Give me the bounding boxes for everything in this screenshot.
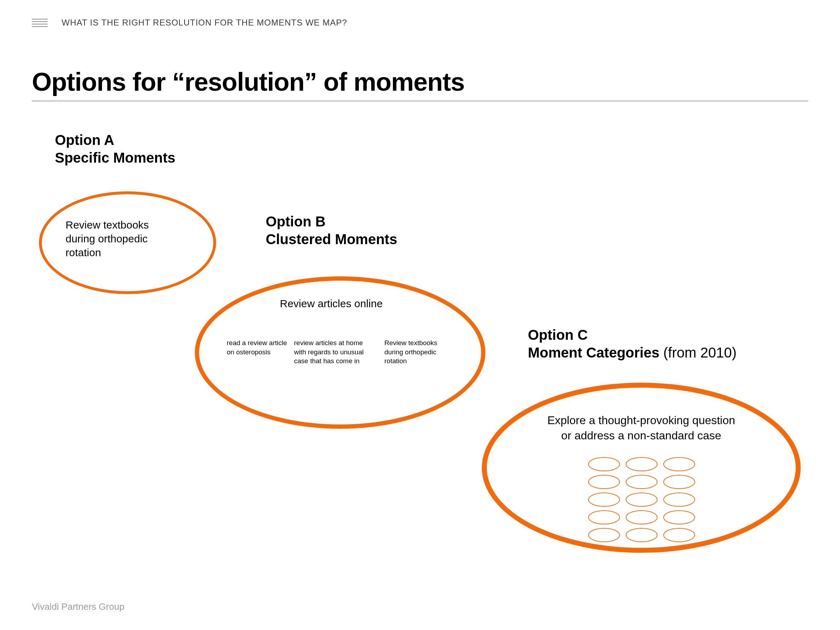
mini-ellipse <box>663 457 695 471</box>
mini-ellipse <box>626 528 658 542</box>
mini-ellipse <box>663 528 695 542</box>
menu-icon <box>32 19 47 27</box>
slide-title: Options for “resolution” of moments <box>32 67 808 101</box>
option-a-heading: Option A Specific Moments <box>55 131 175 167</box>
option-b-bubble-title: Review articles online <box>280 298 383 310</box>
option-c-bubble-line1: Explore a thought-provoking question <box>528 413 755 428</box>
slide-header: WHAT IS THE RIGHT RESOLUTION FOR THE MOM… <box>32 18 808 28</box>
option-a-heading-line2: Specific Moments <box>55 149 175 167</box>
option-b-item-3: Review textbooks during orthopedic rotat… <box>384 338 455 366</box>
footer-text: Vivaldi Partners Group <box>32 601 124 612</box>
option-b-heading-line1: Option B <box>266 213 397 230</box>
mini-ellipse <box>626 475 658 489</box>
option-a-heading-line1: Option A <box>55 131 175 149</box>
option-c-heading-line1: Option C <box>528 326 737 344</box>
kicker-text: WHAT IS THE RIGHT RESOLUTION FOR THE MOM… <box>62 18 347 28</box>
mini-ellipse <box>588 528 620 542</box>
mini-ellipse <box>626 457 658 471</box>
option-a-bubble-text: Review textbooks during orthopedic rotat… <box>66 218 172 259</box>
option-c-heading-line2-normal: (from 2010) <box>659 345 737 360</box>
option-b-heading: Option B Clustered Moments <box>266 213 397 248</box>
mini-ellipse <box>626 493 658 507</box>
title-rule <box>32 101 808 101</box>
mini-ellipse <box>588 510 620 524</box>
mini-ellipse <box>663 510 695 524</box>
mini-ellipse <box>588 457 620 471</box>
option-c-bubble-line2: or address a non-standard case <box>528 428 755 443</box>
title-block: Options for “resolution” of moments <box>32 67 808 101</box>
mini-ellipse <box>663 475 695 489</box>
mini-ellipse <box>626 510 658 524</box>
option-c-heading-line2-strong: Moment Categories <box>528 345 659 360</box>
mini-ellipse <box>663 493 695 507</box>
mini-ellipse <box>588 475 620 489</box>
option-c-mini-grid <box>588 457 695 542</box>
option-b-heading-line2: Clustered Moments <box>266 230 397 248</box>
option-c-heading: Option C Moment Categories (from 2010) <box>528 326 737 362</box>
option-c-bubble-text: Explore a thought-provoking question or … <box>528 413 755 443</box>
option-b-item-1: read a review article on osteroposis <box>227 338 291 357</box>
option-b-item-2: review articles at home with regards to … <box>294 338 376 366</box>
mini-ellipse <box>588 493 620 507</box>
